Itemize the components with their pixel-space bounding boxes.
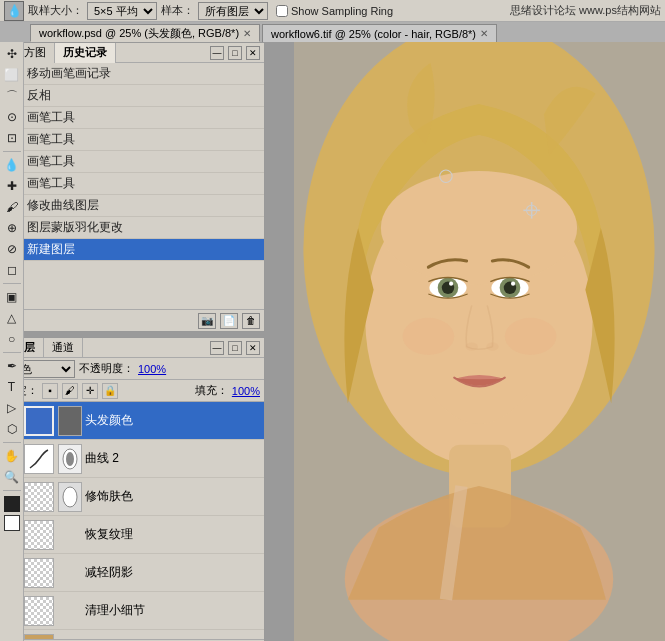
lasso-tool[interactable]: ⌒ [2, 86, 22, 106]
panel-expand-btn[interactable]: □ [228, 46, 242, 60]
history-item-4[interactable]: 🖌 画笔工具 [1, 151, 264, 173]
history-item-7[interactable]: ⧉ 图层蒙版羽化更改 [1, 217, 264, 239]
tool-separator-2 [3, 283, 21, 284]
marquee-tool[interactable]: ⬜ [2, 65, 22, 85]
layer-item-5[interactable]: 👁 清理小细节 [1, 592, 264, 630]
path-select-tool[interactable]: ▷ [2, 398, 22, 418]
svg-point-7 [381, 171, 577, 285]
lock-position-btn[interactable]: ✛ [82, 383, 98, 399]
foreground-color[interactable] [4, 496, 20, 512]
sample-label: 样本： [161, 3, 194, 18]
tab-workflow-tif[interactable]: workflow6.tif @ 25% (color - hair, RGB/8… [262, 24, 497, 42]
hand-tool[interactable]: ✋ [2, 446, 22, 466]
opacity-value[interactable]: 100% [138, 363, 166, 375]
tool-separator-5 [3, 490, 21, 491]
layer-mask-1 [58, 444, 82, 474]
layers-close-btn[interactable]: ✕ [246, 341, 260, 355]
lock-all-btn[interactable]: 🔒 [102, 383, 118, 399]
layer-thumb-3 [24, 520, 54, 550]
eyedropper-tool-sidebar[interactable]: 💧 [2, 155, 22, 175]
move-tool[interactable]: ✣ [2, 44, 22, 64]
channels-tab[interactable]: 通道 [44, 338, 83, 357]
history-item-3[interactable]: 🖌 画笔工具 [1, 129, 264, 151]
history-tab[interactable]: 历史记录 [55, 43, 116, 63]
layer-name-1: 曲线 2 [85, 450, 260, 467]
eyedropper-tool[interactable]: 💧 [4, 1, 24, 21]
history-panel-controls: — □ ✕ [210, 46, 260, 60]
top-toolbar: 💧 取样大小： 5×5 平均 样本： 所有图层 Show Sampling Ri… [0, 0, 665, 22]
panel-minimize-btn[interactable]: — [210, 46, 224, 60]
gradient-tool[interactable]: ▣ [2, 287, 22, 307]
new-snapshot-btn[interactable]: 📷 [198, 313, 216, 329]
zoom-tool[interactable]: 🔍 [2, 467, 22, 487]
quick-select-tool[interactable]: ⊙ [2, 107, 22, 127]
history-panel-footer: 📷 📄 🗑 [1, 309, 264, 331]
blur-tool[interactable]: △ [2, 308, 22, 328]
layer-item-3[interactable]: 👁 恢复纹理 [1, 516, 264, 554]
svg-point-16 [466, 343, 478, 351]
healing-tool[interactable]: ✚ [2, 176, 22, 196]
layers-top-bar: 图层 通道 — □ ✕ [1, 338, 264, 358]
panel-close-btn[interactable]: ✕ [246, 46, 260, 60]
sample-size-label: 取样大小： [28, 3, 83, 18]
forum-text: 思绪设计论坛 www.ps结构网站 [510, 3, 661, 18]
layer-name-4: 减轻阴影 [85, 564, 260, 581]
show-ring-label: Show Sampling Ring [291, 5, 393, 17]
svg-point-2 [63, 487, 77, 507]
svg-point-1 [66, 452, 74, 466]
tool-separator-1 [3, 151, 21, 152]
layers-minimize-btn[interactable]: — [210, 341, 224, 355]
photo-container[interactable] [294, 42, 665, 641]
svg-point-11 [449, 282, 453, 286]
history-brush-tool[interactable]: ⊘ [2, 239, 22, 259]
canvas-photo [294, 42, 665, 641]
left-toolbox: ✣ ⬜ ⌒ ⊙ ⊡ 💧 ✚ 🖌 ⊕ ⊘ ◻ ▣ △ ○ ✒ T ▷ ⬡ ✋ 🔍 [0, 42, 24, 641]
dodge-tool[interactable]: ○ [2, 329, 22, 349]
crop-tool[interactable]: ⊡ [2, 128, 22, 148]
history-item-2[interactable]: 🖌 画笔工具 [1, 107, 264, 129]
new-doc-btn[interactable]: 📄 [220, 313, 238, 329]
text-tool[interactable]: T [2, 377, 22, 397]
layer-name-3: 恢复纹理 [85, 526, 260, 543]
eraser-tool[interactable]: ◻ [2, 260, 22, 280]
background-color[interactable] [4, 515, 20, 531]
history-item-5[interactable]: 🖌 画笔工具 [1, 173, 264, 195]
lock-paint-btn[interactable]: 🖌 [62, 383, 78, 399]
history-item-0[interactable]: ☰ 移动画笔画记录 [1, 63, 264, 85]
layer-item-4[interactable]: 👁 减轻阴影 [1, 554, 264, 592]
sample-size-select[interactable]: 5×5 平均 [87, 2, 157, 20]
layer-item-0[interactable]: 👁 头发颜色 [1, 402, 264, 440]
layer-mask-2 [58, 482, 82, 512]
pen-tool[interactable]: ✒ [2, 356, 22, 376]
fill-label: 填充： [195, 383, 228, 398]
layers-expand-btn[interactable]: □ [228, 341, 242, 355]
shape-tool[interactable]: ⬡ [2, 419, 22, 439]
delete-state-btn[interactable]: 🗑 [242, 313, 260, 329]
history-item-8[interactable]: ▷ 新建图层 [1, 239, 264, 261]
tab-close-2[interactable]: ✕ [480, 28, 488, 39]
history-item-1[interactable]: ↩ 反相 [1, 85, 264, 107]
main-area: ✣ ⬜ ⌒ ⊙ ⊡ 💧 ✚ 🖌 ⊕ ⊘ ◻ ▣ △ ○ ✒ T ▷ ⬡ ✋ 🔍 … [0, 42, 665, 641]
layer-mask-0 [58, 406, 82, 436]
svg-point-17 [486, 343, 498, 351]
tab-workflow-psd[interactable]: workflow.psd @ 25% (头发颜色, RGB/8*) ✕ [30, 24, 260, 42]
layers-controls-row: 颜色 不透明度： 100% [1, 358, 264, 380]
layer-item-2[interactable]: 👁 修饰肤色 [1, 478, 264, 516]
history-item-6[interactable]: ⚙ 修改曲线图层 [1, 195, 264, 217]
layer-name-2: 修饰肤色 [85, 488, 260, 505]
svg-point-19 [505, 318, 557, 355]
tab-close-1[interactable]: ✕ [243, 28, 251, 39]
svg-point-15 [511, 282, 515, 286]
layers-lock-row: 锁定： ▪ 🖌 ✛ 🔒 填充： 100% [1, 380, 264, 402]
fill-value[interactable]: 100% [232, 385, 260, 397]
layer-item-1[interactable]: 👁 曲线 2 [1, 440, 264, 478]
show-ring-checkbox[interactable] [276, 5, 288, 17]
layer-item-6[interactable]: 👁 图层 1 [1, 630, 264, 639]
lock-transparent-btn[interactable]: ▪ [42, 383, 58, 399]
sample-select[interactable]: 所有图层 [198, 2, 268, 20]
history-panel-header: 直方图 历史记录 — □ ✕ [1, 43, 264, 63]
layer-thumb-2 [24, 482, 54, 512]
brush-tool[interactable]: 🖌 [2, 197, 22, 217]
clone-tool[interactable]: ⊕ [2, 218, 22, 238]
layer-thumb-0 [24, 406, 54, 436]
